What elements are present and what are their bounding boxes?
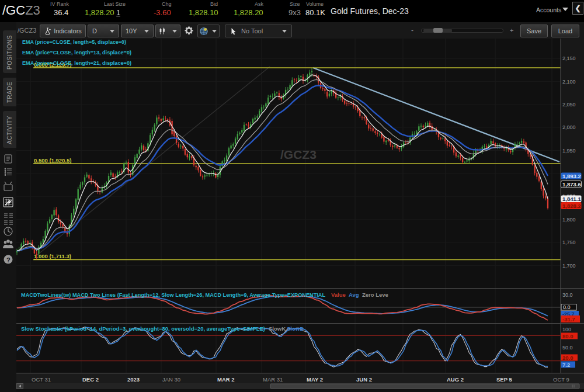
svg-text:1,950: 1,950: [562, 148, 576, 154]
svg-text:OCT 31: OCT 31: [32, 376, 51, 383]
svg-text:0.0: 0.0: [563, 304, 571, 310]
svg-text:100: 100: [562, 327, 571, 332]
svg-text:80.0: 80.0: [562, 333, 573, 339]
svg-text:Value: Value: [331, 292, 346, 298]
svg-text:EMA (price=CLOSE, length=13, d: EMA (price=CLOSE, length=13, displace=0): [22, 49, 131, 55]
svg-text:EMA (price=CLOSE, length=21, d: EMA (price=CLOSE, length=21, displace=0): [22, 60, 131, 66]
svg-text:/GCZ3: /GCZ3: [280, 148, 317, 161]
svg-text:EMA (price=CLOSE, length=5, di: EMA (price=CLOSE, length=5, displace=0): [22, 39, 126, 45]
svg-text:Avg: Avg: [349, 292, 359, 298]
svg-text:-31.7: -31.7: [562, 316, 575, 322]
svg-text:2023: 2023: [127, 376, 140, 383]
svg-text:2,050: 2,050: [562, 102, 576, 107]
svg-text:50.0: 50.0: [562, 345, 573, 351]
svg-text:1,828.2: 1,828.2: [562, 203, 581, 209]
svg-text:JUN 2: JUN 2: [356, 376, 372, 383]
svg-text:1,873.6: 1,873.6: [562, 181, 581, 188]
svg-text:SlowK: SlowK: [269, 325, 286, 332]
svg-text:?: ?: [6, 256, 11, 263]
svg-text:OCT 9: OCT 9: [553, 376, 569, 383]
svg-text:1,893.2: 1,893.2: [562, 173, 581, 179]
svg-text:Zero Leve: Zero Leve: [362, 292, 388, 298]
svg-text:1.000 (1,711.3): 1.000 (1,711.3): [34, 253, 71, 259]
svg-text:1,700: 1,700: [562, 263, 576, 269]
svg-text:SlowD: SlowD: [287, 325, 304, 332]
svg-text:1,800: 1,800: [562, 217, 576, 223]
svg-text:2,000: 2,000: [562, 124, 576, 130]
svg-text:AUG 2: AUG 2: [447, 376, 464, 383]
svg-text:30.0: 30.0: [562, 292, 573, 298]
svg-text:7.2: 7.2: [562, 362, 570, 368]
svg-text:MACDTwoLines(tw) MACD Two Line: MACDTwoLines(tw) MACD Two Lines (Fast Le…: [21, 292, 325, 298]
svg-text:2,100: 2,100: [562, 79, 576, 85]
svg-text:SEP 5: SEP 5: [496, 376, 512, 383]
svg-text:DEC 2: DEC 2: [82, 376, 99, 383]
svg-text:MAR 31: MAR 31: [263, 376, 283, 383]
svg-text:2,150: 2,150: [562, 55, 576, 61]
svg-text:0.500 (1,920.5): 0.500 (1,920.5): [34, 157, 71, 164]
svg-text:20.0: 20.0: [562, 355, 573, 361]
svg-text:JAN 30: JAN 30: [162, 376, 180, 383]
svg-text:MAY 2: MAY 2: [307, 376, 323, 383]
svg-text:1,841.1: 1,841.1: [562, 196, 581, 202]
svg-text:1,750: 1,750: [562, 240, 576, 245]
svg-text:MAR 2: MAR 2: [217, 376, 235, 383]
svg-text:Slow Stochastic (kPeriod=14, d: Slow Stochastic (kPeriod=14, dPeriod=3, …: [21, 325, 265, 332]
